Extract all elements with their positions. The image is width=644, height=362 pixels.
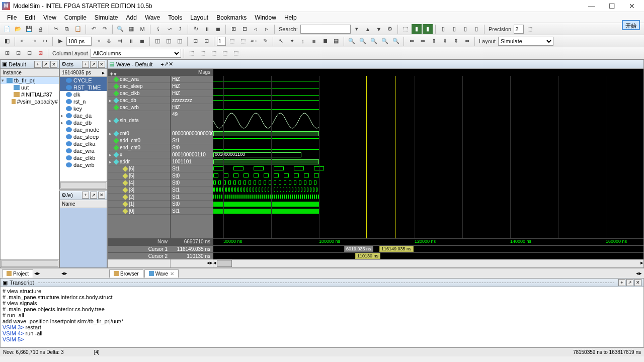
locals-undock-button[interactable]: ↗ xyxy=(90,192,97,199)
t2-e3-icon[interactable]: ≡ xyxy=(309,36,319,46)
waveform-row[interactable] xyxy=(213,201,319,208)
locals-body[interactable] xyxy=(60,208,107,267)
wave-close-button[interactable]: ✕ xyxy=(169,61,173,67)
edge-b-icon[interactable]: ⇓ xyxy=(440,36,450,46)
cursor1-flag[interactable]: 116149.035 ns xyxy=(379,246,414,252)
cursor-2-line[interactable] xyxy=(366,76,367,238)
edge-a-icon[interactable]: ⇑ xyxy=(429,36,439,46)
waveform-row[interactable] xyxy=(213,208,319,215)
t2-d1-icon[interactable]: ⬚ xyxy=(227,36,237,46)
t2-d2-icon[interactable]: ⬚ xyxy=(238,36,248,46)
tree-row[interactable]: uut xyxy=(1,84,59,91)
menu-add[interactable]: Add xyxy=(122,13,141,22)
tree-row[interactable]: #INITIAL#37 xyxy=(1,91,59,98)
transcript-add-button[interactable]: + xyxy=(618,279,625,286)
t3-f-icon[interactable]: ⬚ xyxy=(198,48,208,58)
menu-simulate[interactable]: Simulate xyxy=(91,13,122,22)
wave-hscroll-thumb[interactable] xyxy=(217,260,232,267)
signal-name-row[interactable]: ▸dac_db xyxy=(108,97,170,104)
search-up-icon[interactable]: ▲ xyxy=(363,24,373,34)
objects-tree[interactable]: CYCLERST_TIMEclkrst_nkey▸dac_da▸dac_dbda… xyxy=(60,77,107,181)
menu-wave[interactable]: Wave xyxy=(141,13,164,22)
menu-view[interactable]: View xyxy=(39,13,60,22)
redo-icon[interactable]: ↷ xyxy=(100,24,110,34)
structure-hscroll[interactable] xyxy=(1,260,58,267)
t3-i-icon[interactable]: ⬚ xyxy=(231,48,241,58)
object-row[interactable]: ▸dac_db xyxy=(60,119,107,126)
zoom-full-icon[interactable]: ⬚ xyxy=(400,24,411,34)
signal-name-row[interactable]: [2] xyxy=(108,194,170,201)
locals-close-button[interactable]: ✕ xyxy=(98,192,105,199)
zoom-out-icon[interactable]: ▮ xyxy=(423,24,433,34)
t2-b2-icon[interactable]: ◫ xyxy=(164,36,174,46)
zoomout2-icon[interactable]: 🔍 xyxy=(358,36,368,46)
wave-body[interactable]: dac_wradac_sleepdac_clkb▸dac_dbdac_wrb▸s… xyxy=(108,76,643,238)
object-row[interactable]: RST_TIME xyxy=(60,84,107,91)
break-icon[interactable]: ⏸ xyxy=(202,24,212,34)
maximize-button[interactable]: ☐ xyxy=(602,1,622,11)
signal-name-row[interactable]: ▸x xyxy=(108,151,170,158)
restart-icon[interactable]: ↻ xyxy=(191,24,201,34)
signal-name-row[interactable]: add_cnt0 xyxy=(108,137,170,144)
t2-b1-icon[interactable]: ◫ xyxy=(152,36,163,46)
zoomfull2-icon[interactable]: 🔍 xyxy=(369,36,379,46)
waveform-row[interactable] xyxy=(213,137,319,144)
waveform-row[interactable] xyxy=(213,158,319,165)
object-row[interactable]: ▸dac_da xyxy=(60,112,107,119)
edge-next-icon[interactable]: ⇒ xyxy=(418,36,428,46)
tab-project[interactable]: Project xyxy=(2,269,33,278)
t3-d-icon[interactable]: ⊠ xyxy=(35,48,45,58)
t3-h-icon[interactable]: ⬚ xyxy=(220,48,230,58)
cursor-left-icon[interactable]: ⇤ xyxy=(18,36,28,46)
t3-b-icon[interactable]: ⊡ xyxy=(13,48,23,58)
precision-input[interactable] xyxy=(514,25,524,34)
menu-file[interactable]: File xyxy=(3,13,21,22)
waveform-row[interactable] xyxy=(213,97,319,104)
layout-select[interactable]: Simulate xyxy=(498,37,553,46)
start-button-cn[interactable]: 开始 xyxy=(622,20,640,30)
g4-icon[interactable]: ▯ xyxy=(471,24,481,34)
cursor2-flag[interactable]: 110130 ns xyxy=(355,253,380,259)
t2-e2-icon[interactable]: ↕ xyxy=(298,36,308,46)
object-row[interactable]: dac_wra xyxy=(60,147,107,154)
t2-e1-icon[interactable]: ✦ xyxy=(287,36,297,46)
step-out-icon[interactable]: ⤴ xyxy=(175,24,185,34)
tab-browser[interactable]: Browser xyxy=(109,269,143,278)
run-step-icon[interactable]: ⇥ xyxy=(93,36,103,46)
objects-undock-button[interactable]: ↗ xyxy=(90,61,97,68)
menu-window[interactable]: Window xyxy=(251,13,280,22)
objects-hscroll[interactable] xyxy=(60,182,106,189)
waveform-row[interactable] xyxy=(213,104,319,111)
t2-e4-icon[interactable]: ≣ xyxy=(320,36,330,46)
locals-add-button[interactable]: + xyxy=(82,192,89,199)
cursor2-track[interactable]: 110130 ns xyxy=(213,253,643,259)
menu-tools[interactable]: Tools xyxy=(164,13,186,22)
minimize-button[interactable]: — xyxy=(582,1,602,11)
structure-close-button[interactable]: ✕ xyxy=(50,61,57,68)
m-icon[interactable]: M xyxy=(137,24,147,34)
waveform-row[interactable] xyxy=(213,172,319,179)
t3-g-icon[interactable]: ⬚ xyxy=(209,48,219,58)
transcript-undock-button[interactable]: ↗ xyxy=(626,279,633,286)
paste-icon[interactable]: 📋 xyxy=(73,24,83,34)
run-all-icon[interactable]: ⇊ xyxy=(104,36,114,46)
transcript-body[interactable]: # view structure# .main_pane.structure.i… xyxy=(0,287,644,347)
precision-opt-icon[interactable]: ⬚ xyxy=(525,24,535,34)
wave-names-hscroll[interactable] xyxy=(108,259,171,267)
objects-tab-scroll[interactable]: ◂▸ xyxy=(61,270,67,277)
new-icon[interactable]: 📄 xyxy=(2,24,12,34)
prev-icon[interactable]: ◃ xyxy=(251,24,261,34)
waveform-row[interactable] xyxy=(213,76,319,83)
waveform-row[interactable] xyxy=(213,111,319,130)
edge-prev-icon[interactable]: ⇐ xyxy=(407,36,417,46)
tree-row[interactable]: ▾tb_fir_prj xyxy=(1,77,59,84)
find-icon[interactable]: 🔍 xyxy=(115,24,125,34)
print-icon[interactable]: 🖨 xyxy=(35,24,45,34)
waveform-row[interactable] xyxy=(213,165,319,172)
objects-add-button[interactable]: + xyxy=(82,61,89,68)
object-row[interactable]: dac_clka xyxy=(60,140,107,147)
waveform-row[interactable]: 001000001100 xyxy=(213,151,319,158)
t2-c1-icon[interactable]: ⊡ xyxy=(190,36,200,46)
g3-icon[interactable]: ▯ xyxy=(460,24,470,34)
stop2-icon[interactable]: ⏹ xyxy=(137,36,147,46)
